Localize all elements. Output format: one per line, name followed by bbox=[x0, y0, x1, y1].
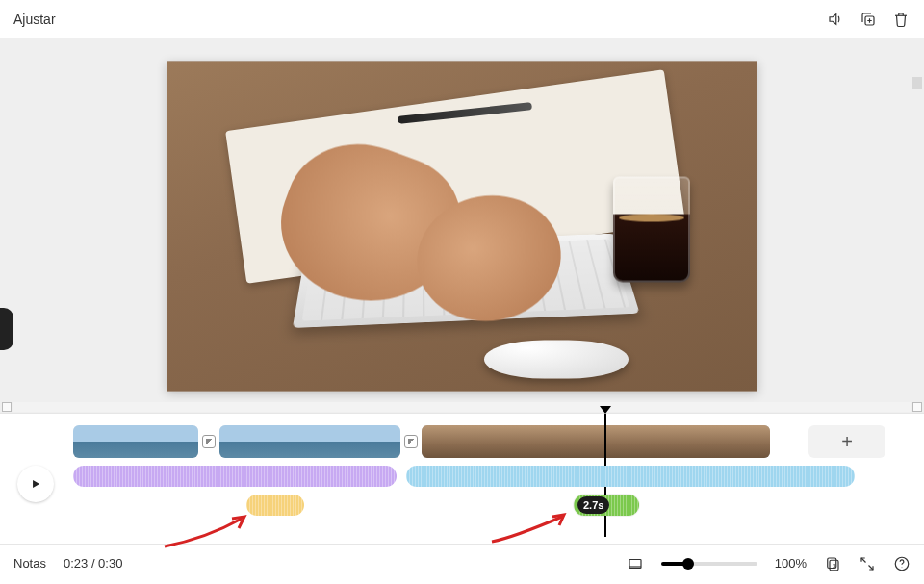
video-clip-3-selected[interactable] bbox=[422, 425, 770, 458]
video-preview[interactable] bbox=[167, 61, 757, 391]
time-display: 0:23 / 0:30 bbox=[64, 556, 122, 571]
volume-icon[interactable] bbox=[826, 10, 845, 29]
video-track[interactable] bbox=[73, 425, 770, 458]
vertical-scroll-hint[interactable] bbox=[912, 77, 922, 89]
trash-icon[interactable] bbox=[891, 10, 911, 29]
top-toolbar: Ajustar bbox=[0, 0, 924, 38]
video-clip-1[interactable] bbox=[73, 425, 198, 458]
zoom-slider[interactable] bbox=[661, 562, 757, 566]
timeline-panel: + 2.7s bbox=[0, 414, 924, 544]
top-toolbar-actions bbox=[826, 10, 911, 29]
clip-duration-badge: 2.7s bbox=[578, 496, 609, 514]
side-panel-handle[interactable] bbox=[0, 308, 13, 350]
grid-view-icon[interactable] bbox=[627, 555, 644, 572]
play-button[interactable] bbox=[17, 466, 54, 502]
notes-button[interactable]: Notas bbox=[13, 556, 46, 571]
help-icon[interactable] bbox=[893, 555, 911, 572]
transition-2[interactable] bbox=[404, 435, 418, 448]
zoom-percentage[interactable]: 100% bbox=[775, 556, 807, 571]
video-clip-2[interactable] bbox=[219, 425, 400, 458]
audio-clip-blue[interactable] bbox=[406, 466, 855, 487]
pages-icon[interactable]: 3 bbox=[824, 555, 841, 572]
horizontal-scrollbar[interactable] bbox=[0, 401, 924, 413]
fullscreen-icon[interactable] bbox=[859, 555, 876, 572]
svg-point-6 bbox=[902, 567, 903, 568]
transition-1[interactable] bbox=[202, 435, 216, 448]
bottom-status-bar: Notas 0:23 / 0:30 100% 3 bbox=[0, 544, 924, 582]
canvas-stage bbox=[0, 38, 924, 414]
timeline-tracks[interactable]: + 2.7s bbox=[73, 421, 886, 537]
audio-clip-green[interactable]: 2.7s bbox=[574, 495, 639, 516]
duplicate-icon[interactable] bbox=[859, 10, 878, 29]
audio-clip-yellow[interactable] bbox=[246, 495, 304, 516]
add-page-button[interactable]: + bbox=[808, 425, 886, 458]
adjust-label[interactable]: Ajustar bbox=[13, 12, 56, 27]
audio-clip-purple[interactable] bbox=[73, 466, 397, 487]
